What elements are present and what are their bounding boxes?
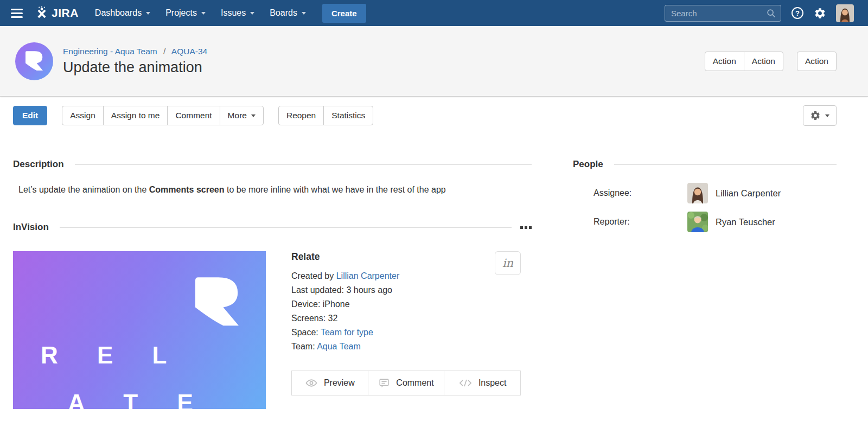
inspect-label: Inspect [478, 378, 507, 388]
description-text: Let’s update the animation on the Commen… [18, 184, 532, 196]
wordmark-line-1: R E L [41, 331, 209, 379]
inspect-button[interactable]: Inspect [444, 371, 521, 395]
toolbar-settings-dropdown[interactable] [803, 105, 837, 126]
invision-card: R E L A T E in Relate Created by Lillian… [13, 251, 532, 409]
comment-button-card[interactable]: Comment [368, 371, 445, 395]
chevron-down-icon [825, 114, 829, 117]
breadcrumb-separator: / [163, 47, 165, 56]
prototype-thumbnail[interactable]: R E L A T E [13, 251, 266, 409]
wordmark-line-2: A T E [68, 379, 209, 409]
nav-projects[interactable]: Projects [158, 0, 213, 26]
relate-logo-icon [195, 277, 239, 328]
people-heading: People [573, 159, 603, 170]
chevron-down-icon [251, 114, 256, 117]
invision-section: InVision R E L A T E [13, 222, 532, 409]
code-icon [458, 377, 473, 389]
gear-icon [810, 110, 821, 121]
hamburger-menu-icon[interactable] [10, 7, 24, 20]
relate-logo-icon [25, 51, 43, 72]
settings-button[interactable] [814, 7, 826, 20]
nav-projects-label: Projects [165, 8, 197, 18]
toolbar-group-actions: Assign Assign to me Comment More [62, 106, 264, 125]
magnifier-icon [766, 8, 776, 18]
device-line: Device: iPhone [291, 297, 521, 311]
page-title: Update the animation [63, 59, 207, 76]
project-avatar[interactable] [15, 42, 53, 80]
assignee-avatar-image [687, 183, 708, 203]
nav-issues[interactable]: Issues [213, 0, 262, 26]
header-action-group: Action Action [705, 52, 783, 71]
breadcrumb-project-link[interactable]: Engineering - Aqua Team [63, 47, 157, 56]
nav-dashboards[interactable]: Dashboards [87, 0, 158, 26]
reopen-button[interactable]: Reopen [278, 106, 324, 125]
breadcrumb-issue-link[interactable]: AQUA-34 [171, 47, 207, 56]
breadcrumb: Engineering - Aqua Team / AQUA-34 [63, 47, 207, 56]
description-text-before: Let’s update the animation on the [18, 185, 146, 194]
invision-section-head: InVision [13, 222, 532, 233]
top-navbar: JIRA Dashboards Projects Issues Boards C… [0, 0, 868, 26]
search-input[interactable] [670, 8, 766, 18]
jira-issue-page: JIRA Dashboards Projects Issues Boards C… [0, 0, 868, 409]
prototype-title: Relate [291, 251, 521, 263]
speech-bubble-icon [378, 377, 390, 389]
reporter-avatar[interactable] [687, 212, 708, 232]
space-link[interactable]: Team for type [321, 328, 373, 337]
comment-button[interactable]: Comment [167, 106, 220, 125]
invision-in-logo[interactable]: in [495, 251, 521, 275]
team-link[interactable]: Aqua Team [317, 342, 361, 351]
assignee-name: Lillian Carpenter [716, 188, 781, 199]
nav-issues-label: Issues [221, 8, 246, 18]
search-box [665, 5, 781, 22]
people-section-head: People [573, 159, 837, 170]
chevron-down-icon [146, 12, 150, 15]
header-actions: Action Action Action [705, 52, 837, 71]
action-button-3[interactable]: Action [797, 52, 837, 71]
statistics-button[interactable]: Statistics [323, 106, 373, 125]
assignee-avatar[interactable] [687, 183, 708, 203]
more-button[interactable]: More [220, 106, 264, 125]
chevron-down-icon [250, 12, 254, 15]
create-button[interactable]: Create [322, 4, 366, 23]
preview-button[interactable]: Preview [291, 371, 368, 395]
issue-header: Engineering - Aqua Team / AQUA-34 Update… [0, 26, 868, 97]
section-divider [60, 227, 512, 228]
last-updated-line: Last updated: 3 hours ago [291, 283, 521, 297]
issue-toolbar: Edit Assign Assign to me Comment More Re… [0, 97, 868, 135]
user-avatar[interactable] [836, 4, 854, 22]
team-label: Team: [291, 342, 315, 351]
ellipsis-icon[interactable] [520, 224, 532, 231]
nav-dashboards-label: Dashboards [95, 8, 142, 18]
prototype-buttons: Preview Comment [291, 371, 521, 395]
help-button[interactable]: ? [792, 7, 803, 19]
left-column: Description Let’s update the animation o… [13, 159, 532, 409]
reporter-row: Reporter: Ryan Teuscher [573, 212, 837, 232]
nav-boards[interactable]: Boards [262, 0, 314, 26]
created-by-link[interactable]: Lillian Carpenter [336, 271, 400, 280]
assignee-row: Assignee: Lillian Carpenter [573, 183, 837, 203]
jira-logo[interactable]: JIRA [35, 6, 79, 20]
action-button-1[interactable]: Action [705, 52, 744, 71]
prototype-details: in Relate Created by Lillian Carpenter L… [291, 251, 521, 409]
space-label: Space: [291, 328, 318, 337]
assign-to-me-button[interactable]: Assign to me [103, 106, 168, 125]
reporter-avatar-image [687, 212, 708, 232]
description-text-after: to be more inline with what we have in t… [227, 185, 446, 194]
chevron-down-icon [201, 12, 206, 15]
created-by-label: Created by [291, 271, 334, 280]
assign-button[interactable]: Assign [62, 106, 104, 125]
chevron-down-icon [302, 12, 306, 15]
more-label: More [228, 111, 247, 120]
description-section-head: Description [13, 159, 532, 170]
action-button-2[interactable]: Action [744, 52, 783, 71]
main-content: Description Let’s update the animation o… [0, 135, 868, 409]
assignee-label: Assignee: [593, 188, 687, 198]
eye-icon [305, 376, 318, 390]
header-text: Engineering - Aqua Team / AQUA-34 Update… [63, 47, 207, 76]
description-heading: Description [13, 159, 64, 170]
jira-logo-mark [35, 6, 49, 20]
invision-heading: InVision [13, 222, 49, 233]
edit-button[interactable]: Edit [13, 106, 47, 125]
section-divider [75, 164, 532, 165]
thumbnail-wordmark: R E L A T E [41, 331, 209, 409]
gear-icon [814, 7, 826, 20]
